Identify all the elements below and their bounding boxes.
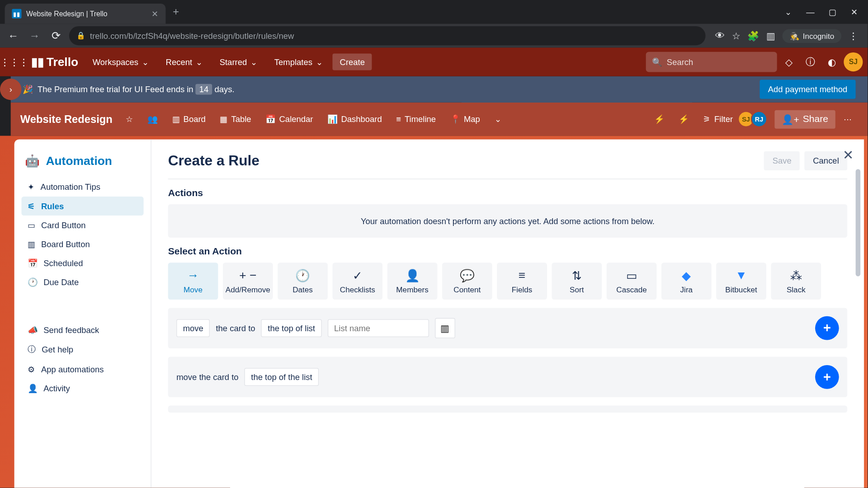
sidebar-item-help[interactable]: ⓘGet help — [21, 339, 143, 360]
recent-menu[interactable]: Recent⌄ — [159, 54, 210, 70]
create-button[interactable]: Create — [333, 54, 372, 70]
filter-icon: ⚞ — [703, 114, 711, 124]
back-button[interactable]: ← — [5, 28, 22, 44]
calendar-view[interactable]: 📅Calendar — [259, 111, 319, 127]
sidebar-item-scheduled[interactable]: 📅Scheduled — [21, 253, 143, 272]
calendar-icon: 📅 — [28, 258, 38, 268]
sidebar-item-activity[interactable]: 👤Activity — [21, 379, 143, 398]
star-board-icon[interactable]: ☆ — [120, 111, 139, 127]
position-chip[interactable]: the top of the list — [245, 368, 319, 386]
minimize-icon[interactable]: — — [806, 7, 814, 17]
tab-add-remove[interactable]: + −Add/Remove — [223, 263, 273, 300]
theme-icon[interactable]: ◐ — [822, 52, 841, 71]
automation-title: 🤖 Automation — [21, 150, 143, 171]
party-icon: 🎉 — [23, 84, 33, 94]
extensions-icon[interactable]: 🧩 — [747, 30, 759, 42]
tab-title: Website Redesign | Trello — [26, 9, 146, 18]
person-icon: 👤 — [28, 384, 38, 393]
tab-sort[interactable]: ⇅Sort — [552, 263, 602, 300]
board-header: Website Redesign ☆ 👥 ▥Board ▦Table 📅Cale… — [11, 103, 868, 136]
tab-fields[interactable]: ≡Fields — [497, 263, 547, 300]
cancel-button[interactable]: Cancel — [805, 151, 847, 170]
add-action-button[interactable]: + — [815, 365, 839, 389]
user-avatar[interactable]: SJ — [844, 52, 863, 71]
workspaces-menu[interactable]: Workspaces⌄ — [85, 54, 156, 70]
maximize-icon[interactable]: ▢ — [829, 7, 836, 17]
star-icon[interactable]: ☆ — [732, 30, 740, 42]
board-title[interactable]: Website Redesign — [20, 113, 117, 126]
sidebar-item-card-button[interactable]: ▭Card Button — [21, 216, 143, 235]
automation-icon[interactable]: ⚡ — [673, 111, 695, 127]
scrollbar[interactable] — [856, 169, 862, 336]
add-payment-button[interactable]: Add payment method — [760, 80, 855, 99]
templates-menu[interactable]: Templates⌄ — [267, 54, 330, 70]
map-view[interactable]: 📍Map — [444, 111, 486, 127]
close-tab-icon[interactable]: ✕ — [151, 9, 159, 19]
trello-logo[interactable]: ▮▮ Trello — [26, 55, 83, 69]
new-tab-button[interactable]: + — [173, 6, 179, 19]
eye-off-icon[interactable]: 👁 — [715, 30, 725, 41]
save-button[interactable]: Save — [764, 151, 800, 170]
gear-icon: ⚙ — [28, 365, 35, 374]
sidebar-item-rules[interactable]: ⚟Rules — [21, 197, 143, 216]
tab-jira[interactable]: ◆Jira — [661, 263, 712, 300]
robot-icon: 🤖 — [25, 154, 40, 168]
board-menu-icon[interactable]: ⋯ — [838, 111, 858, 127]
reload-button[interactable]: ⟳ — [47, 28, 64, 44]
tab-content[interactable]: 💬Content — [442, 263, 492, 300]
tab-slack[interactable]: ⁂Slack — [771, 263, 821, 300]
menu-icon[interactable]: ⋮ — [849, 30, 858, 42]
chevron-down-icon: ⌄ — [142, 57, 149, 67]
chevron-down-icon[interactable]: ⌄ — [785, 7, 792, 17]
apps-grid-icon[interactable]: ⋮⋮⋮ — [5, 52, 24, 71]
member-rj[interactable]: RJ — [751, 111, 768, 127]
bitbucket-icon: ▼ — [736, 268, 747, 283]
help-icon[interactable]: ⓘ — [801, 52, 820, 71]
sidebar-item-app-automations[interactable]: ⚙App automations — [21, 360, 143, 379]
sidebar-item-board-button[interactable]: ▥Board Button — [21, 235, 143, 253]
filter-button[interactable]: ⚞Filter — [697, 111, 739, 127]
tab-dates[interactable]: 🕐Dates — [278, 263, 328, 300]
trello-header: ⋮⋮⋮ ▮▮ Trello Workspaces⌄ Recent⌄ Starre… — [0, 47, 868, 76]
tab-checklists[interactable]: ✓Checklists — [332, 263, 382, 300]
tab-cascade[interactable]: ▭Cascade — [607, 263, 657, 300]
tab-bitbucket[interactable]: ▼Bitbucket — [716, 263, 766, 300]
notifications-icon[interactable]: ◇ — [779, 52, 798, 71]
position-chip[interactable]: the top of list — [261, 319, 322, 337]
tab-move[interactable]: →Move — [168, 263, 218, 300]
chevron-down-icon: ⌄ — [196, 57, 203, 67]
tab-members[interactable]: 👤Members — [387, 263, 438, 300]
more-views-icon[interactable]: ⌄ — [488, 111, 507, 127]
visibility-icon[interactable]: 👥 — [142, 111, 164, 127]
sidebar-item-tips[interactable]: ✦Automation Tips — [21, 178, 143, 197]
days-remaining-badge: 14 — [196, 84, 212, 95]
sidebar-item-feedback[interactable]: 📣Send feedback — [21, 320, 143, 339]
starred-menu[interactable]: Starred⌄ — [212, 54, 265, 70]
add-action-button[interactable]: + — [815, 316, 839, 340]
table-view[interactable]: ▦Table — [214, 111, 257, 127]
browser-tab[interactable]: ▮▮ Website Redesign | Trello ✕ — [5, 4, 166, 24]
lock-icon: 🔒 — [76, 32, 85, 40]
action-verb-chip[interactable]: move — [176, 319, 210, 337]
incognito-icon: 🕵 — [790, 31, 799, 40]
list-name-input[interactable] — [328, 319, 429, 337]
browser-toolbar: ← → ⟳ 🔒 trello.com/b/lzcfSh4q/website-re… — [0, 24, 868, 48]
forward-button[interactable]: → — [26, 28, 43, 44]
dashboard-view[interactable]: 📊Dashboard — [321, 111, 388, 127]
close-panel-icon[interactable]: ✕ — [843, 148, 854, 163]
timeline-view[interactable]: ≡Timeline — [390, 111, 442, 127]
board-picker-icon[interactable]: ▥ — [435, 318, 455, 338]
address-bar[interactable]: 🔒 trello.com/b/lzcfSh4q/website-redesign… — [69, 26, 706, 45]
panel-icon[interactable]: ▥ — [766, 30, 775, 42]
incognito-badge[interactable]: 🕵 Incognito — [783, 29, 841, 42]
sidebar-item-due-date[interactable]: 🕐Due Date — [21, 273, 143, 292]
close-window-icon[interactable]: ✕ — [851, 7, 858, 17]
board-view[interactable]: ▥Board — [166, 111, 212, 127]
share-button[interactable]: 👤+Share — [774, 110, 835, 128]
sidebar-expand-icon[interactable]: › — [0, 79, 21, 100]
search-input[interactable]: 🔍 Search — [646, 52, 777, 72]
calendar-icon: 📅 — [265, 114, 275, 124]
rocket-icon[interactable]: ⚡ — [648, 111, 670, 127]
actions-section-label: Actions — [168, 188, 848, 198]
member-avatars[interactable]: SJ RJ — [741, 111, 768, 127]
